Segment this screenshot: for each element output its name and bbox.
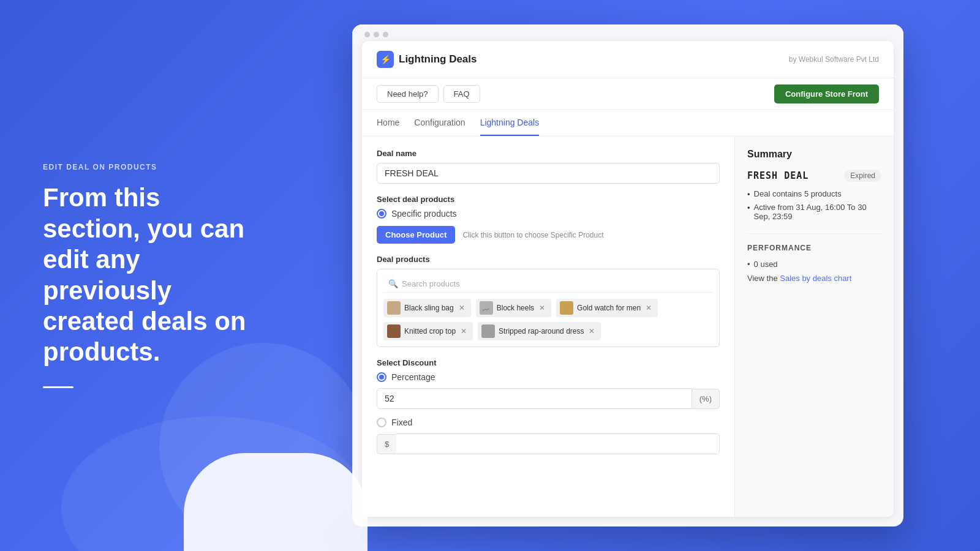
summary-deal-row: FRESH DEAL Expired: [747, 170, 881, 182]
app-by-text: by Webkul Software Pvt Ltd: [789, 55, 879, 64]
close-stripped-dress[interactable]: ✕: [589, 327, 595, 335]
divider-line: [43, 386, 74, 388]
fixed-label: Fixed: [391, 418, 412, 427]
summary-deal-name: FRESH DEAL: [747, 170, 809, 181]
thumb-block-heels: [480, 301, 493, 315]
choose-product-button[interactable]: Choose Product: [377, 226, 455, 244]
choose-hint: Click this button to choose Specific Pro…: [462, 231, 603, 239]
main-content: Deal name Select deal products Specific …: [362, 137, 894, 517]
percentage-input-row: (%): [377, 388, 720, 409]
tag-stripped-dress: Stripped rap-around dress ✕: [478, 322, 601, 340]
summary-divider: [747, 233, 881, 234]
tag-label-stripped-dress: Stripped rap-around dress: [499, 327, 584, 335]
summary-title: Summary: [747, 149, 881, 160]
radio-circle-percentage: [377, 372, 386, 382]
radio-circle-fixed: [377, 418, 386, 427]
fixed-radio[interactable]: Fixed: [377, 418, 720, 427]
tag-label-gold-watch: Gold watch for men: [577, 304, 641, 312]
tab-configuration[interactable]: Configuration: [414, 110, 465, 136]
select-discount-group: Select Discount Percentage (%) Fixed: [377, 358, 720, 454]
thumb-black-sling-bag: [387, 301, 401, 315]
perf-used: 0 used: [747, 260, 881, 269]
products-box: 🔍 Search products Black sling bag ✕: [377, 269, 720, 347]
deal-name-group: Deal name: [377, 149, 720, 184]
summary-bullet-1: Deal contains 5 products: [747, 189, 881, 199]
browser-dot-2: [374, 32, 379, 37]
search-row: 🔍 Search products: [383, 276, 713, 293]
percentage-radio[interactable]: Percentage: [377, 372, 720, 382]
toolbar: Need help? FAQ Configure Store Front: [362, 78, 894, 110]
browser-card: ⚡ Lightning Deals by Webkul Software Pvt…: [352, 24, 903, 527]
chart-link-row: View the Sales by deals chart: [747, 274, 881, 283]
summary-bullets: Deal contains 5 products Active from 31 …: [747, 189, 881, 221]
percentage-suffix: (%): [692, 389, 720, 409]
browser-dot-1: [364, 32, 370, 37]
app-header: ⚡ Lightning Deals by Webkul Software Pvt…: [362, 41, 894, 78]
deal-products-group: Deal products 🔍 Search products Black sl…: [377, 255, 720, 347]
sidebar-area: Summary FRESH DEAL Expired Deal contains…: [734, 137, 894, 517]
tab-lightning-deals[interactable]: Lightning Deals: [480, 110, 540, 136]
specific-products-label: Specific products: [391, 209, 457, 219]
fixed-input-row: $: [377, 433, 720, 454]
search-placeholder-text: Search products: [402, 279, 460, 288]
thumb-stripped-dress: [481, 324, 495, 338]
deal-name-input[interactable]: [377, 163, 720, 184]
block-heels-img: [481, 302, 492, 313]
app-window: ⚡ Lightning Deals by Webkul Software Pvt…: [362, 41, 894, 517]
select-products-label: Select deal products: [377, 195, 720, 204]
svg-rect-0: [481, 302, 492, 313]
tag-label-block-heels: Block heels: [497, 304, 534, 312]
right-panel: ⚡ Lightning Deals by Webkul Software Pvt…: [294, 6, 980, 545]
expired-badge: Expired: [844, 170, 881, 182]
close-black-sling-bag[interactable]: ✕: [459, 304, 465, 312]
search-icon: 🔍: [388, 279, 398, 288]
tag-label-black-sling-bag: Black sling bag: [404, 304, 454, 312]
select-discount-label: Select Discount: [377, 358, 720, 367]
close-block-heels[interactable]: ✕: [539, 304, 545, 312]
chart-link-prefix: View the: [747, 274, 780, 283]
app-logo: ⚡ Lightning Deals: [377, 51, 477, 68]
fixed-prefix: $: [377, 434, 396, 454]
close-gold-watch[interactable]: ✕: [646, 304, 652, 312]
thumb-gold-watch: [560, 301, 573, 315]
configure-button[interactable]: Configure Store Front: [774, 84, 879, 103]
help-button[interactable]: Need help?: [377, 85, 439, 103]
tag-knitted-crop-top: Knitted crop top ✕: [383, 322, 473, 340]
browser-bar: [352, 24, 903, 41]
deal-name-label: Deal name: [377, 149, 720, 158]
thumb-knitted-crop-top: [387, 324, 401, 338]
tag-gold-watch: Gold watch for men ✕: [556, 299, 658, 317]
eyebrow-text: EDIT DEAL ON PRODUCTS: [43, 163, 251, 171]
close-knitted-crop-top[interactable]: ✕: [461, 327, 467, 335]
chart-link[interactable]: Sales by deals chart: [780, 274, 851, 283]
tag-black-sling-bag: Black sling bag ✕: [383, 299, 471, 317]
lightning-icon: ⚡: [380, 54, 391, 64]
tag-label-knitted-crop-top: Knitted crop top: [404, 327, 456, 335]
fixed-input[interactable]: [396, 433, 720, 454]
radio-circle-specific: [377, 209, 386, 219]
hero-heading: From this section, you can edit any prev…: [43, 182, 251, 367]
form-area: Deal name Select deal products Specific …: [362, 137, 734, 517]
tags-row: Black sling bag ✕ Block heels ✕: [383, 299, 713, 340]
select-products-group: Select deal products Specific products C…: [377, 195, 720, 244]
deal-products-label: Deal products: [377, 255, 720, 264]
nav-tabs: Home Configuration Lightning Deals: [362, 110, 894, 137]
perf-title: PERFORMANCE: [747, 244, 881, 252]
app-name: Lightning Deals: [399, 53, 477, 66]
logo-icon: ⚡: [377, 51, 394, 68]
summary-bullet-2: Active from 31 Aug, 16:00 To 30 Sep, 23:…: [747, 203, 881, 221]
tab-home[interactable]: Home: [377, 110, 399, 136]
percentage-input[interactable]: [377, 388, 692, 409]
specific-products-radio[interactable]: Specific products: [377, 209, 720, 219]
tag-block-heels: Block heels ✕: [476, 299, 551, 317]
choose-row: Choose Product Click this button to choo…: [377, 226, 720, 244]
percentage-label: Percentage: [391, 372, 435, 382]
browser-dot-3: [383, 32, 388, 37]
radio-group-products: Specific products: [377, 209, 720, 219]
faq-button[interactable]: FAQ: [443, 85, 480, 103]
